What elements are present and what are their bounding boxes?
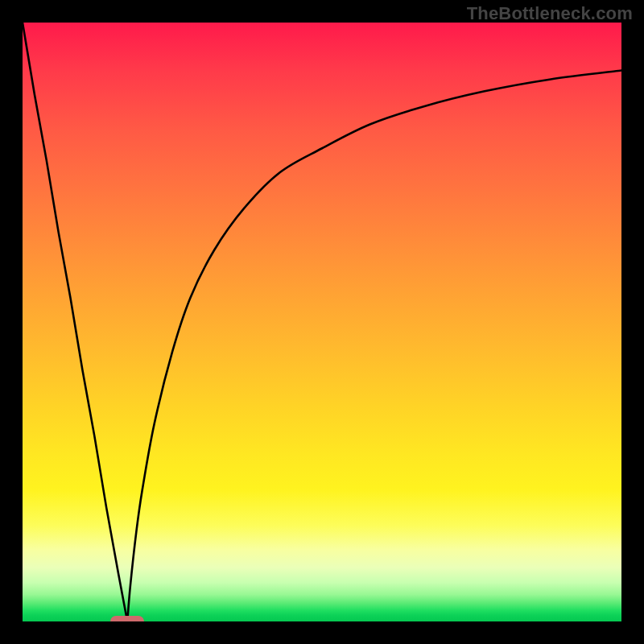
watermark-text: TheBottleneck.com [467,3,633,24]
plot-area [23,23,621,621]
chart-frame: TheBottleneck.com [0,0,644,644]
bottleneck-v-curve [23,23,621,621]
optimum-marker [110,616,144,621]
curve-path [23,23,621,621]
